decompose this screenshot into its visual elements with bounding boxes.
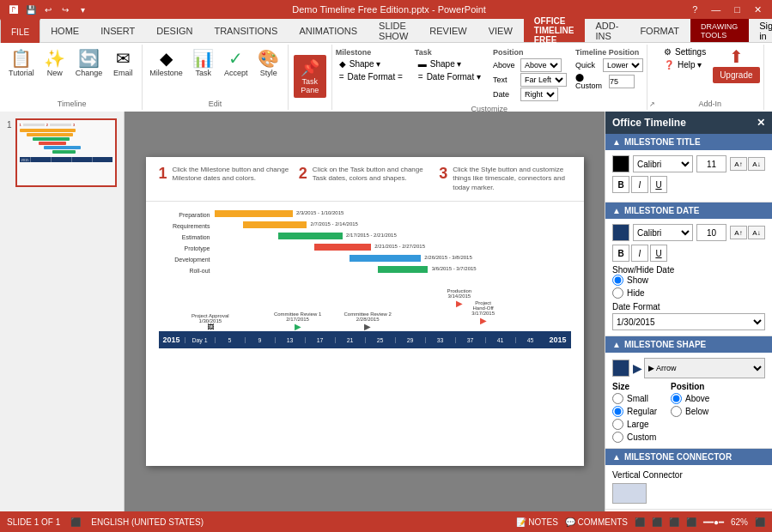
tab-animations[interactable]: ANIMATIONS [289,19,368,42]
help-btn-ribbon[interactable]: ❓ Help ▾ [660,59,709,70]
accessibility-icon[interactable]: ⬛ [70,517,81,527]
accept-button[interactable]: ✓ Accept [221,46,252,79]
slide-thumbnail[interactable]: 1 2 3 2015 [15,118,117,187]
position-select[interactable]: Above [520,58,562,72]
bold-btn-date[interactable]: B [612,245,629,262]
view-presentation[interactable]: ⬛ [686,517,696,527]
date-color-box[interactable] [612,224,629,241]
fit-slide[interactable]: ⬛ [755,517,765,527]
above-radio[interactable] [671,393,682,404]
ribbon-content: 📋 Tutorial ✨ New 🔄 Change ✉ Email Timeli… [0,43,772,112]
milestone-shape-header[interactable]: ▲ MILESTONE SHAPE [605,336,772,353]
regular-radio[interactable] [612,406,623,417]
tab-file[interactable]: FILE [0,19,40,43]
task-pane-button[interactable]: 📌 Task Pane [294,55,326,98]
shape-color-box[interactable] [612,360,629,377]
task-date-format-btn[interactable]: = Date Format ▾ [415,71,484,82]
upgrade-button[interactable]: Upgrade [713,67,759,83]
date-size-down[interactable]: A↓ [748,226,765,239]
tab-format[interactable]: FORMAT [629,19,690,42]
title-font-select[interactable]: Calibri [633,155,693,172]
hide-radio[interactable] [612,287,623,299]
style-button[interactable]: 🎨 Style [253,46,284,79]
view-slide-sorter[interactable]: ⬛ [652,517,662,527]
tab-insert[interactable]: INSERT [90,19,146,42]
date-size-up[interactable]: A↑ [730,226,747,239]
task-shape-btn[interactable]: ▬ Shape ▾ [415,58,484,70]
date-select[interactable]: Right [520,88,558,101]
customize-expand[interactable]: ↗ [647,45,657,110]
tab-review[interactable]: REVIEW [419,19,477,42]
milestone-production: Production 3/14/2015 ▶ [447,288,472,308]
title-color-box[interactable] [612,155,629,172]
milestone-date-header[interactable]: ▲ MILESTONE DATE [605,203,772,219]
custom-input[interactable] [609,75,635,88]
date-font-select[interactable]: Calibri [633,224,693,241]
right-panel-close[interactable]: ✕ [757,117,765,129]
title-size-up[interactable]: A↑ [730,157,747,171]
view-normal[interactable]: ⬛ [635,517,645,527]
task-button[interactable]: 📊 Task [188,46,219,79]
title-size-down[interactable]: A↓ [748,157,765,171]
text-select[interactable]: Far Left [520,73,567,87]
email-button[interactable]: ✉ Email [107,46,138,79]
milestone-date-format-btn[interactable]: = Date Format = [336,71,406,82]
tab-view[interactable]: VIEW [478,19,524,42]
tutorial-button[interactable]: 📋 Tutorial [5,46,38,79]
milestone-shape-btn[interactable]: ◆ Shape ▾ [336,58,406,70]
tab-design[interactable]: DESIGN [146,19,204,42]
comments-btn[interactable]: 💬 COMMENTS [565,517,628,527]
milestone-handoff: Project Hand-Off 3/17/2015 ▶ [471,300,495,325]
quick-select[interactable]: Lower [603,58,643,72]
help-btn[interactable]: ? [689,4,701,15]
tab-drawing-tools[interactable]: DRAWING TOOLS [690,19,749,42]
slide[interactable]: 1 Click the Milestone button and change … [146,157,584,466]
milestone-review1-arrow: ▶ [295,322,301,331]
change-button[interactable]: 🔄 Change [72,46,106,79]
tab-slideshow[interactable]: SLIDE SHOW [368,19,419,42]
milestone-review2-arrow: ▶ [364,322,371,331]
view-reading[interactable]: ⬛ [669,517,679,527]
large-radio[interactable] [612,419,623,430]
gantt-bar-area-4: 2/21/2015 - 2/27/2015 [215,244,571,252]
milestone-button[interactable]: ◆ Milestone [146,46,186,79]
save-icon[interactable]: 💾 [24,3,38,16]
date-format-dropdown[interactable]: 1/30/2015 [612,313,765,330]
settings-btn[interactable]: ⚙ Settings [660,46,709,57]
italic-btn-date[interactable]: I [631,245,648,262]
date-font-size[interactable] [696,224,726,241]
customize-icon[interactable]: ▾ [76,3,89,16]
title-font-size[interactable] [696,155,726,172]
italic-btn-title[interactable]: I [631,176,648,193]
close-btn[interactable]: ✕ [751,4,765,15]
redo-icon[interactable]: ↪ [58,3,72,16]
milestone-title-header[interactable]: ▲ MILESTONE TITLE [605,134,772,150]
accept-icon: ✓ [226,48,246,69]
gantt-date-3: 2/17/2015 - 2/21/2015 [346,233,397,238]
tab-office-timeline[interactable]: OFFICE TIMELINE FREE [524,19,586,42]
underline-btn-date[interactable]: U [650,245,667,262]
tab-transitions[interactable]: TRANSITIONS [204,19,289,42]
sign-in-link[interactable]: Sign in [749,19,772,42]
bold-btn-title[interactable]: B [612,176,629,193]
notes-btn[interactable]: 📝 NOTES [516,517,558,527]
maximize-btn[interactable]: □ [731,4,744,15]
new-button[interactable]: ✨ New [40,46,70,79]
tab-home[interactable]: HOME [40,19,90,42]
zoom-slider[interactable]: ━━●━ [703,517,724,527]
milestone-connector-label: MILESTONE CONNECTOR [624,452,732,462]
shape-select[interactable]: ▶ Arrow [644,358,765,378]
tab-addins[interactable]: ADD-INS [585,19,629,42]
slide-item[interactable]: 1 1 2 3 [7,118,117,187]
underline-btn-title[interactable]: U [650,176,667,193]
minimize-btn[interactable]: — [708,4,724,15]
show-radio[interactable] [612,275,623,286]
undo-icon[interactable]: ↩ [41,3,55,16]
reset-changes-section[interactable]: ▶ RESET CHANGES [605,510,772,511]
size-col-label: Size [612,382,657,391]
custom-radio[interactable] [612,432,623,443]
milestone-connector-header[interactable]: ▲ MILESTONE CONNECTOR [605,449,772,465]
task-shape-label: Shape ▾ [430,59,462,69]
small-radio[interactable] [612,393,623,404]
below-radio[interactable] [671,406,682,417]
